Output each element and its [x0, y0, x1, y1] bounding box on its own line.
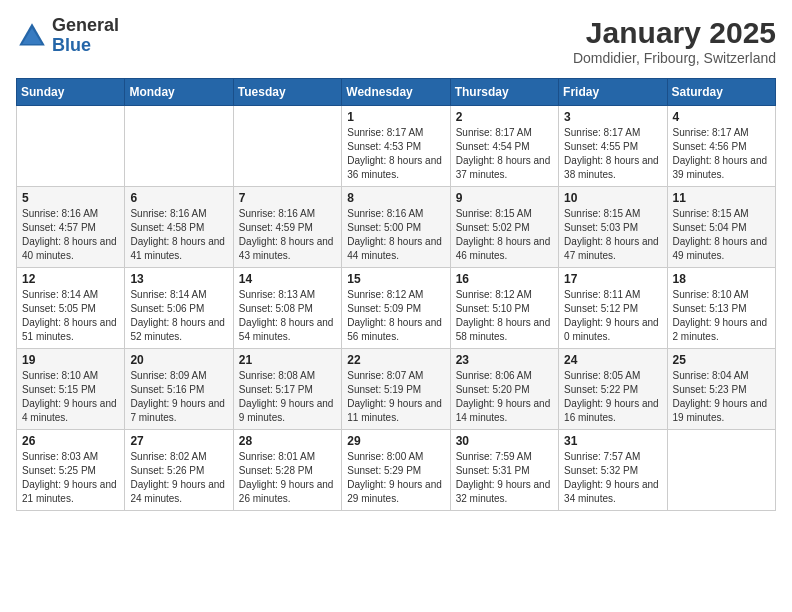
calendar-cell: 5Sunrise: 8:16 AM Sunset: 4:57 PM Daylig…	[17, 187, 125, 268]
month-title: January 2025	[573, 16, 776, 50]
calendar-table: SundayMondayTuesdayWednesdayThursdayFrid…	[16, 78, 776, 511]
calendar-cell: 24Sunrise: 8:05 AM Sunset: 5:22 PM Dayli…	[559, 349, 667, 430]
day-number: 14	[239, 272, 336, 286]
day-number: 2	[456, 110, 553, 124]
day-number: 1	[347, 110, 444, 124]
calendar-cell: 20Sunrise: 8:09 AM Sunset: 5:16 PM Dayli…	[125, 349, 233, 430]
day-number: 24	[564, 353, 661, 367]
calendar-cell: 22Sunrise: 8:07 AM Sunset: 5:19 PM Dayli…	[342, 349, 450, 430]
day-info: Sunrise: 8:17 AM Sunset: 4:55 PM Dayligh…	[564, 126, 661, 182]
calendar-cell	[667, 430, 775, 511]
day-info: Sunrise: 8:03 AM Sunset: 5:25 PM Dayligh…	[22, 450, 119, 506]
day-number: 29	[347, 434, 444, 448]
calendar-cell: 27Sunrise: 8:02 AM Sunset: 5:26 PM Dayli…	[125, 430, 233, 511]
location-text: Domdidier, Fribourg, Switzerland	[573, 50, 776, 66]
day-info: Sunrise: 8:06 AM Sunset: 5:20 PM Dayligh…	[456, 369, 553, 425]
day-info: Sunrise: 8:07 AM Sunset: 5:19 PM Dayligh…	[347, 369, 444, 425]
calendar-cell: 15Sunrise: 8:12 AM Sunset: 5:09 PM Dayli…	[342, 268, 450, 349]
calendar-week-5: 26Sunrise: 8:03 AM Sunset: 5:25 PM Dayli…	[17, 430, 776, 511]
day-number: 16	[456, 272, 553, 286]
calendar-cell	[17, 106, 125, 187]
day-info: Sunrise: 8:04 AM Sunset: 5:23 PM Dayligh…	[673, 369, 770, 425]
logo-text: General Blue	[52, 16, 119, 56]
day-number: 8	[347, 191, 444, 205]
day-info: Sunrise: 8:02 AM Sunset: 5:26 PM Dayligh…	[130, 450, 227, 506]
day-number: 15	[347, 272, 444, 286]
day-number: 11	[673, 191, 770, 205]
calendar-cell: 19Sunrise: 8:10 AM Sunset: 5:15 PM Dayli…	[17, 349, 125, 430]
calendar-cell: 31Sunrise: 7:57 AM Sunset: 5:32 PM Dayli…	[559, 430, 667, 511]
calendar-cell: 13Sunrise: 8:14 AM Sunset: 5:06 PM Dayli…	[125, 268, 233, 349]
day-number: 4	[673, 110, 770, 124]
day-number: 12	[22, 272, 119, 286]
calendar-cell: 23Sunrise: 8:06 AM Sunset: 5:20 PM Dayli…	[450, 349, 558, 430]
day-number: 23	[456, 353, 553, 367]
calendar-cell: 17Sunrise: 8:11 AM Sunset: 5:12 PM Dayli…	[559, 268, 667, 349]
day-number: 3	[564, 110, 661, 124]
day-header-wednesday: Wednesday	[342, 79, 450, 106]
calendar-week-4: 19Sunrise: 8:10 AM Sunset: 5:15 PM Dayli…	[17, 349, 776, 430]
day-number: 30	[456, 434, 553, 448]
day-info: Sunrise: 8:09 AM Sunset: 5:16 PM Dayligh…	[130, 369, 227, 425]
day-info: Sunrise: 8:05 AM Sunset: 5:22 PM Dayligh…	[564, 369, 661, 425]
day-info: Sunrise: 8:14 AM Sunset: 5:06 PM Dayligh…	[130, 288, 227, 344]
day-info: Sunrise: 8:01 AM Sunset: 5:28 PM Dayligh…	[239, 450, 336, 506]
day-info: Sunrise: 8:12 AM Sunset: 5:09 PM Dayligh…	[347, 288, 444, 344]
calendar-week-1: 1Sunrise: 8:17 AM Sunset: 4:53 PM Daylig…	[17, 106, 776, 187]
day-info: Sunrise: 8:16 AM Sunset: 4:58 PM Dayligh…	[130, 207, 227, 263]
calendar-cell	[125, 106, 233, 187]
page-header: General Blue January 2025 Domdidier, Fri…	[16, 16, 776, 66]
day-number: 18	[673, 272, 770, 286]
calendar-cell: 26Sunrise: 8:03 AM Sunset: 5:25 PM Dayli…	[17, 430, 125, 511]
calendar-cell: 1Sunrise: 8:17 AM Sunset: 4:53 PM Daylig…	[342, 106, 450, 187]
day-info: Sunrise: 7:57 AM Sunset: 5:32 PM Dayligh…	[564, 450, 661, 506]
calendar-cell: 6Sunrise: 8:16 AM Sunset: 4:58 PM Daylig…	[125, 187, 233, 268]
day-info: Sunrise: 8:10 AM Sunset: 5:13 PM Dayligh…	[673, 288, 770, 344]
day-info: Sunrise: 8:16 AM Sunset: 4:59 PM Dayligh…	[239, 207, 336, 263]
day-number: 22	[347, 353, 444, 367]
calendar-header-row: SundayMondayTuesdayWednesdayThursdayFrid…	[17, 79, 776, 106]
day-info: Sunrise: 8:14 AM Sunset: 5:05 PM Dayligh…	[22, 288, 119, 344]
calendar-cell: 28Sunrise: 8:01 AM Sunset: 5:28 PM Dayli…	[233, 430, 341, 511]
day-number: 28	[239, 434, 336, 448]
day-info: Sunrise: 8:16 AM Sunset: 5:00 PM Dayligh…	[347, 207, 444, 263]
day-header-thursday: Thursday	[450, 79, 558, 106]
calendar-cell: 10Sunrise: 8:15 AM Sunset: 5:03 PM Dayli…	[559, 187, 667, 268]
day-info: Sunrise: 8:15 AM Sunset: 5:03 PM Dayligh…	[564, 207, 661, 263]
logo-icon	[16, 20, 48, 52]
calendar-cell: 18Sunrise: 8:10 AM Sunset: 5:13 PM Dayli…	[667, 268, 775, 349]
day-header-tuesday: Tuesday	[233, 79, 341, 106]
calendar-cell: 9Sunrise: 8:15 AM Sunset: 5:02 PM Daylig…	[450, 187, 558, 268]
day-info: Sunrise: 8:13 AM Sunset: 5:08 PM Dayligh…	[239, 288, 336, 344]
day-header-friday: Friday	[559, 79, 667, 106]
day-info: Sunrise: 8:15 AM Sunset: 5:04 PM Dayligh…	[673, 207, 770, 263]
calendar-cell: 7Sunrise: 8:16 AM Sunset: 4:59 PM Daylig…	[233, 187, 341, 268]
calendar-cell: 3Sunrise: 8:17 AM Sunset: 4:55 PM Daylig…	[559, 106, 667, 187]
day-number: 7	[239, 191, 336, 205]
day-header-sunday: Sunday	[17, 79, 125, 106]
day-info: Sunrise: 8:17 AM Sunset: 4:56 PM Dayligh…	[673, 126, 770, 182]
day-number: 5	[22, 191, 119, 205]
day-info: Sunrise: 8:12 AM Sunset: 5:10 PM Dayligh…	[456, 288, 553, 344]
day-number: 21	[239, 353, 336, 367]
day-info: Sunrise: 8:11 AM Sunset: 5:12 PM Dayligh…	[564, 288, 661, 344]
day-info: Sunrise: 8:17 AM Sunset: 4:54 PM Dayligh…	[456, 126, 553, 182]
day-info: Sunrise: 8:16 AM Sunset: 4:57 PM Dayligh…	[22, 207, 119, 263]
day-info: Sunrise: 8:10 AM Sunset: 5:15 PM Dayligh…	[22, 369, 119, 425]
day-number: 6	[130, 191, 227, 205]
calendar-cell: 2Sunrise: 8:17 AM Sunset: 4:54 PM Daylig…	[450, 106, 558, 187]
day-info: Sunrise: 7:59 AM Sunset: 5:31 PM Dayligh…	[456, 450, 553, 506]
day-info: Sunrise: 8:15 AM Sunset: 5:02 PM Dayligh…	[456, 207, 553, 263]
calendar-cell: 11Sunrise: 8:15 AM Sunset: 5:04 PM Dayli…	[667, 187, 775, 268]
calendar-cell: 12Sunrise: 8:14 AM Sunset: 5:05 PM Dayli…	[17, 268, 125, 349]
title-area: January 2025 Domdidier, Fribourg, Switze…	[573, 16, 776, 66]
calendar-week-3: 12Sunrise: 8:14 AM Sunset: 5:05 PM Dayli…	[17, 268, 776, 349]
day-header-saturday: Saturday	[667, 79, 775, 106]
day-number: 10	[564, 191, 661, 205]
calendar-cell: 16Sunrise: 8:12 AM Sunset: 5:10 PM Dayli…	[450, 268, 558, 349]
calendar-cell: 25Sunrise: 8:04 AM Sunset: 5:23 PM Dayli…	[667, 349, 775, 430]
day-info: Sunrise: 8:17 AM Sunset: 4:53 PM Dayligh…	[347, 126, 444, 182]
logo: General Blue	[16, 16, 119, 56]
calendar-cell: 4Sunrise: 8:17 AM Sunset: 4:56 PM Daylig…	[667, 106, 775, 187]
day-number: 27	[130, 434, 227, 448]
